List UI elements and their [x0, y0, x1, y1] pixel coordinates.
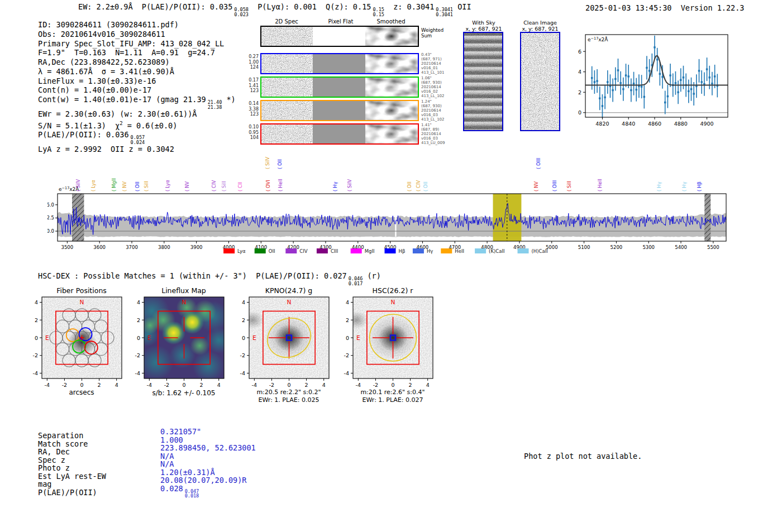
svg-text:0: 0	[578, 109, 581, 116]
svg-text:4: 4	[115, 382, 118, 388]
spec2d-strip-row	[260, 100, 419, 121]
svg-text:-4: -4	[135, 370, 140, 376]
with-sky-title: With Sky	[458, 20, 509, 26]
svg-text:4: 4	[346, 299, 349, 305]
match-field-value: 223.898450, 52.623001	[160, 443, 256, 452]
fiber_positions-svg: -4-4-2-2002244NE	[26, 286, 138, 404]
strip-right-meta: 1.06"(687, 930)20210614v016_02413_LL_102	[421, 76, 458, 98]
kpno_g-svg: -4-4-2-2002244NE	[233, 286, 345, 404]
clean-image-noise	[521, 33, 559, 130]
spec2d-cell	[261, 124, 313, 143]
svg-text:( NV: ( NV	[184, 181, 190, 191]
svg-text:4820: 4820	[595, 121, 609, 127]
svg-text:Lyα: Lyα	[237, 248, 246, 254]
svg-text:( OIII: ( OIII	[536, 158, 541, 169]
svg-text:( OVI: ( OVI	[265, 180, 271, 191]
svg-text:4880: 4880	[674, 121, 688, 127]
svg-text:-2: -2	[240, 352, 245, 358]
svg-text:HeII: HeII	[455, 248, 464, 254]
pixelflat-cell	[313, 27, 365, 46]
svg-text:-2: -2	[62, 382, 67, 388]
svg-text:4: 4	[426, 382, 430, 388]
svg-text:4: 4	[137, 299, 140, 305]
svg-text:E: E	[356, 334, 360, 341]
report-version: Version 1.22.3	[681, 3, 745, 12]
svg-text:( CII: ( CII	[237, 182, 243, 191]
smoothed-cell	[365, 124, 418, 143]
hsc_r-svg: -4-4-2-2002244NE	[337, 286, 449, 404]
svg-text:( CIV: ( CIV	[416, 180, 421, 191]
hsc-cutout-panel: -4-4-2-2002244NE	[337, 286, 449, 404]
svg-text:3500: 3500	[61, 245, 74, 250]
svg-text:3800: 3800	[158, 245, 170, 250]
line-fit-svg: 482048404860488049000246e−17x2Å	[576, 29, 750, 132]
svg-text:2.5: 2.5	[47, 215, 54, 221]
svg-text:( Lyα: ( Lyα	[90, 180, 96, 191]
svg-text:2: 2	[200, 382, 203, 388]
svg-text:-4: -4	[33, 370, 38, 376]
svg-text:-2: -2	[269, 382, 274, 388]
svg-text:5500: 5500	[707, 245, 719, 250]
svg-text:( Hγ: ( Hγ	[332, 182, 338, 191]
pixelflat-cell	[313, 101, 365, 120]
svg-text:( HeII: ( HeII	[278, 179, 283, 191]
svg-text:Hβ: Hβ	[399, 248, 406, 254]
svg-text:OII: OII	[269, 248, 275, 254]
svg-text:0: 0	[80, 382, 83, 388]
spec2d-strip-row	[260, 123, 419, 145]
fiber-positions-xlabel: arcsecs	[40, 389, 123, 396]
svg-text:0: 0	[346, 335, 349, 341]
hsc-dex-header: HSC-DEX : Possible Matches = 1 (within +…	[38, 271, 381, 286]
svg-text:N: N	[182, 299, 187, 305]
svg-text:( OIII: ( OIII	[552, 180, 557, 191]
svg-text:( SiIV: ( SiIV	[265, 157, 270, 169]
svg-text:-4: -4	[45, 382, 50, 388]
lineflux-map-sublabel: s/b: 1.62 +/- 0.105	[136, 389, 231, 397]
spec2d-col-title-1: 2D Spec	[261, 18, 312, 25]
spec2d-cell	[261, 78, 313, 97]
svg-text:2: 2	[578, 89, 581, 95]
lineflux-map-panel: -4-4-2-2002244NE	[128, 286, 240, 404]
spec2d-strip-row	[260, 26, 419, 47]
svg-text:4: 4	[35, 299, 38, 305]
spec2d-cell	[261, 101, 313, 120]
spec2d-col-title-3: Smoothed	[366, 18, 416, 25]
svg-text:2: 2	[242, 317, 245, 323]
svg-text:(K)CaII: (K)CaII	[489, 248, 504, 254]
svg-text:3600: 3600	[93, 245, 106, 250]
svg-text:5.0: 5.0	[47, 202, 54, 208]
svg-text:0: 0	[287, 382, 290, 388]
svg-text:( SiII: ( SiII	[221, 181, 227, 191]
clean-image	[520, 32, 560, 131]
clean-image-coords: x, y: 687, 921	[514, 26, 566, 32]
svg-text:E: E	[147, 334, 151, 341]
photz-note: Phot z plot not available.	[524, 452, 642, 461]
svg-text:( HeII: ( HeII	[597, 179, 603, 191]
with-sky-header: With Sky x, y: 687, 921	[458, 20, 509, 32]
strip-right-meta: 0.43"(687, 971)20210614v016_01413_LL_101	[421, 52, 458, 75]
svg-text:-4: -4	[356, 382, 361, 388]
svg-text:-2: -2	[164, 382, 169, 388]
svg-text:N: N	[80, 299, 84, 305]
svg-text:-4: -4	[147, 382, 152, 388]
svg-text:( SiIV: ( SiIV	[347, 179, 352, 191]
with-sky-image	[463, 32, 503, 131]
strip-left-stats: 0.143.38123	[246, 101, 259, 117]
svg-text:N: N	[391, 299, 395, 305]
svg-text:5200: 5200	[611, 245, 623, 250]
hsc-plae-line: EWr: 1. PLAE: 0.027	[345, 396, 440, 404]
svg-text:0: 0	[137, 335, 140, 341]
spec2d-cell	[261, 27, 313, 46]
svg-text:4: 4	[322, 382, 326, 388]
svg-text:( Hγ: ( Hγ	[656, 182, 662, 191]
svg-text:2: 2	[409, 382, 412, 388]
svg-text:0: 0	[391, 382, 394, 388]
svg-text:( CIV: ( CIV	[211, 180, 217, 191]
strip-left-stats: 0.271.00124	[246, 54, 259, 70]
svg-text:CIV: CIV	[299, 248, 307, 254]
svg-text:( SiII: ( SiII	[144, 181, 149, 191]
detection-info-block: ID: 3090284611 (3090284611.pdf)Obs: 2021…	[38, 20, 236, 154]
svg-text:( OII: ( OII	[277, 159, 283, 169]
hsc-phot-line: m:20.1 re:2.6" s:0.4"	[345, 389, 440, 396]
svg-text:4: 4	[578, 69, 581, 75]
